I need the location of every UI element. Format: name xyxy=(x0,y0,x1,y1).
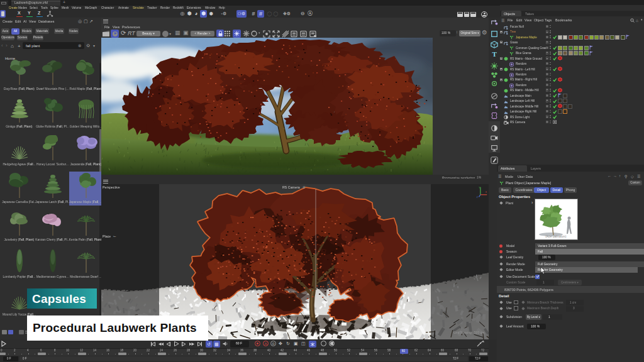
svg-text:T: T xyxy=(492,50,497,58)
svg-text:Z: Z xyxy=(477,196,478,198)
svg-text:(Acer palmatum): (Acer palmatum) xyxy=(545,235,567,238)
svg-text:X: X xyxy=(486,191,487,194)
